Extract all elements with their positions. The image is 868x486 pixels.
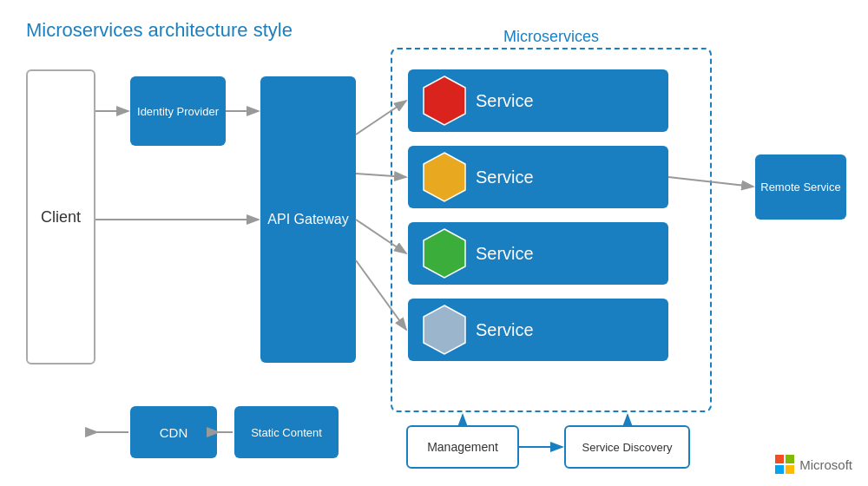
static-content-label: Static Content	[251, 426, 322, 439]
service-discovery-box: Service Discovery	[564, 425, 690, 469]
page-title: Microservices architecture style	[26, 19, 293, 42]
hex-icon-1	[422, 75, 467, 127]
api-gateway-label: API Gateway	[267, 212, 348, 227]
static-content-box: Static Content	[234, 406, 339, 458]
service-row-2: Service	[408, 146, 668, 208]
cdn-box: CDN	[130, 406, 217, 458]
service-label-2: Service	[476, 167, 534, 187]
service-label-1: Service	[476, 91, 534, 111]
service-row-4: Service	[408, 299, 668, 361]
service-discovery-label: Service Discovery	[582, 441, 672, 454]
service-row-1: Service	[408, 69, 668, 132]
svg-marker-2	[424, 229, 465, 278]
microsoft-label: Microsoft	[799, 457, 852, 472]
hex-icon-4	[422, 304, 467, 356]
remote-service-box: Remote Service	[755, 154, 846, 220]
cdn-label: CDN	[160, 425, 188, 440]
client-label: Client	[41, 208, 81, 227]
svg-marker-3	[424, 305, 465, 354]
ms-sq-blue	[775, 465, 784, 474]
service-row-3: Service	[408, 222, 668, 285]
identity-provider-label: Identity Provider	[137, 105, 219, 118]
management-box: Management	[406, 425, 519, 469]
identity-provider-box: Identity Provider	[130, 76, 226, 146]
hex-icon-3	[422, 227, 467, 279]
service-label-3: Service	[476, 244, 534, 264]
ms-sq-red	[775, 455, 784, 463]
hex-icon-2	[422, 151, 467, 203]
client-box: Client	[26, 69, 95, 364]
ms-sq-green	[786, 455, 794, 463]
management-label: Management	[427, 440, 498, 454]
ms-sq-yellow	[786, 465, 794, 474]
microservices-title: Microservices	[391, 28, 712, 46]
microsoft-logo: Microsoft	[775, 455, 852, 474]
ms-grid-icon	[775, 455, 794, 474]
service-label-4: Service	[476, 320, 534, 340]
remote-service-label: Remote Service	[760, 181, 840, 194]
api-gateway-box: API Gateway	[260, 76, 356, 363]
svg-marker-1	[424, 153, 465, 201]
svg-marker-0	[424, 76, 465, 125]
